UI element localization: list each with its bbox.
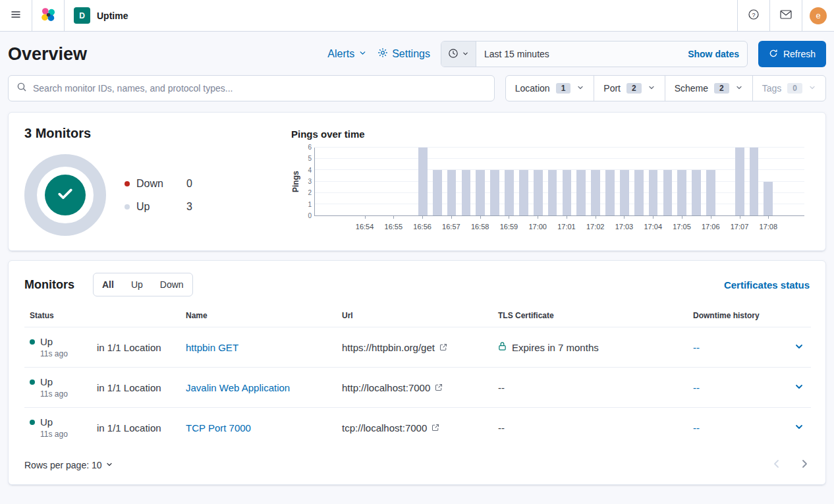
- status-text: Up: [40, 376, 53, 387]
- legend-up: Up 3: [125, 201, 192, 213]
- filter-tags[interactable]: Tags 0: [752, 76, 825, 101]
- search-filter-row: Location 1 Port 2 Scheme 2 Tags 0: [0, 74, 834, 112]
- monitor-name-link[interactable]: TCP Port 7000: [186, 422, 251, 434]
- external-link-icon[interactable]: [431, 422, 439, 434]
- location-cell: in 1/1 Location: [92, 327, 181, 368]
- search-icon: [16, 82, 27, 95]
- up-dot-icon: [125, 204, 130, 210]
- tls-expiry: Expires in 7 months: [512, 342, 599, 353]
- show-dates-button[interactable]: Show dates: [680, 42, 747, 67]
- chevron-right-icon: [799, 461, 810, 471]
- chevron-down-icon: [808, 83, 816, 94]
- downtime-history: --: [688, 368, 785, 408]
- chevron-down-icon: [794, 422, 804, 434]
- x-tick-label: 16:58: [471, 223, 489, 231]
- x-tick-mark: [538, 216, 538, 219]
- x-tick-label: 17:04: [644, 223, 662, 231]
- tls-expiry: --: [498, 422, 505, 434]
- chevron-left-icon: [771, 461, 782, 471]
- ping-bar: [418, 148, 428, 215]
- monitors-panel: Monitors All Up Down Certificates status…: [8, 260, 826, 485]
- downtime-history: --: [688, 408, 785, 448]
- status-donut-chart: [24, 154, 106, 236]
- monitor-name-link[interactable]: Javalin Web Application: [186, 382, 290, 393]
- tab-down[interactable]: Down: [152, 273, 192, 296]
- col-location: [92, 306, 181, 327]
- expand-row-button[interactable]: [790, 338, 808, 356]
- search-input[interactable]: [33, 83, 486, 94]
- monitors-table: Status Name Url TLS Certificate Downtime…: [24, 306, 811, 447]
- newsfeed-button[interactable]: [770, 0, 802, 31]
- page-title: Overview: [8, 44, 87, 65]
- x-tick-mark: [768, 216, 769, 219]
- quick-select-button[interactable]: [441, 42, 476, 67]
- expand-row-button[interactable]: [790, 418, 808, 437]
- certificates-status-link[interactable]: Certificates status: [724, 279, 810, 291]
- x-tick-label: 16:57: [442, 223, 460, 231]
- status-up-dot-icon: [30, 339, 35, 345]
- status-legend: Down 0 Up 3: [125, 178, 192, 213]
- x-tick-mark: [365, 216, 366, 219]
- filter-group: Location 1 Port 2 Scheme 2 Tags 0: [505, 75, 826, 101]
- x-tick-mark: [509, 216, 509, 219]
- elastic-logo-icon: [40, 7, 57, 25]
- filter-count-badge: 2: [626, 83, 642, 94]
- table-row: Up 11s ago in 1/1 Location Javalin Web A…: [24, 368, 811, 408]
- x-tick-mark: [711, 216, 711, 219]
- x-tick-label: 17:03: [615, 223, 634, 231]
- y-tick-label: 1: [308, 202, 312, 208]
- help-icon: ?: [748, 9, 760, 22]
- pings-x-axis: 16:5416:5516:5616:5716:5816:5917:0017:01…: [314, 216, 804, 235]
- ping-bar: [663, 170, 673, 215]
- x-tick-label: 16:54: [356, 223, 374, 231]
- elastic-home-button[interactable]: [32, 0, 64, 31]
- external-link-icon[interactable]: [439, 342, 447, 353]
- menu-button[interactable]: [0, 0, 32, 31]
- x-tick-mark: [480, 216, 481, 219]
- location-cell: in 1/1 Location: [92, 368, 181, 408]
- refresh-button[interactable]: Refresh: [758, 41, 826, 67]
- external-link-icon[interactable]: [435, 382, 443, 393]
- y-tick-label: 6: [308, 144, 312, 151]
- legend-value: 3: [186, 201, 192, 213]
- expand-row-button[interactable]: [790, 378, 808, 397]
- gridline: [315, 169, 804, 170]
- chevron-down-icon: [576, 83, 584, 94]
- ping-bar: [692, 170, 701, 215]
- legend-label: Up: [136, 201, 177, 213]
- space-badge[interactable]: D: [74, 7, 90, 24]
- col-downtime: Downtime history: [688, 306, 785, 327]
- col-expand: [785, 306, 811, 327]
- filter-count-badge: 0: [787, 83, 802, 94]
- tab-up[interactable]: Up: [123, 273, 152, 296]
- rows-per-page-label: Rows per page: 10: [24, 460, 102, 470]
- x-tick-label: 17:07: [731, 223, 749, 231]
- alerts-menu[interactable]: Alerts: [327, 48, 367, 60]
- filter-label: Scheme: [675, 83, 708, 94]
- col-status: Status: [24, 306, 92, 327]
- legend-down: Down 0: [125, 178, 192, 190]
- envelope-icon: [780, 10, 792, 21]
- search-box: [8, 75, 495, 101]
- chevron-down-icon: [794, 381, 804, 394]
- time-range-value[interactable]: Last 15 minutes: [476, 42, 680, 67]
- filter-location[interactable]: Location 1: [506, 76, 594, 101]
- rows-per-page-button[interactable]: Rows per page: 10: [24, 460, 113, 470]
- x-tick-mark: [596, 216, 596, 219]
- next-page-button[interactable]: [799, 459, 810, 471]
- help-button[interactable]: ?: [738, 0, 769, 31]
- monitor-name-link[interactable]: httpbin GET: [186, 342, 238, 353]
- status-up-dot-icon: [30, 379, 35, 385]
- tab-all[interactable]: All: [94, 273, 123, 296]
- filter-port[interactable]: Port 2: [594, 76, 664, 101]
- previous-page-button[interactable]: [771, 459, 782, 471]
- settings-link[interactable]: Settings: [377, 47, 430, 61]
- x-tick-label: 16:55: [385, 223, 403, 231]
- filter-scheme[interactable]: Scheme 2: [665, 76, 752, 101]
- pings-y-axis: 0123456: [302, 148, 314, 216]
- ping-bar: [548, 170, 557, 215]
- gridline: [315, 181, 804, 182]
- user-menu-button[interactable]: e: [802, 0, 834, 31]
- filter-label: Location: [515, 83, 550, 94]
- monitor-url: https://httpbin.org/get: [342, 342, 435, 353]
